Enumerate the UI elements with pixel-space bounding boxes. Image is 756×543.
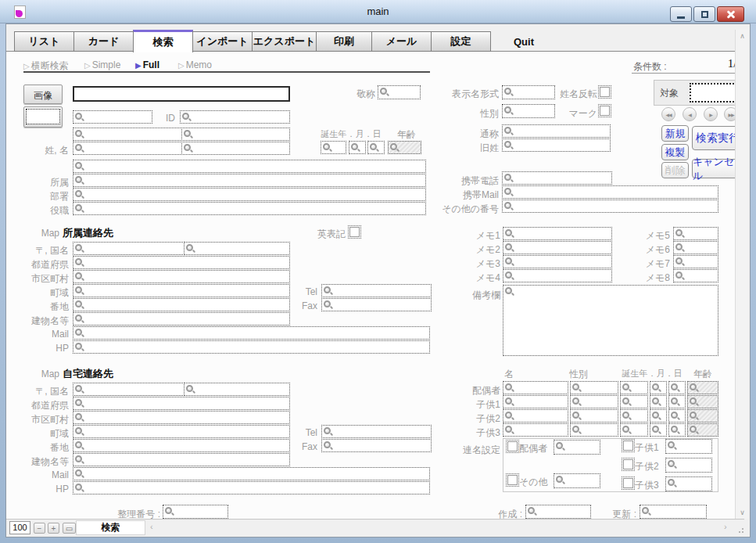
- child1-birth-day-field[interactable]: [668, 395, 686, 408]
- child3-gender-field[interactable]: [570, 423, 618, 437]
- joint-spouse-checkbox[interactable]: [507, 441, 518, 451]
- memo7-field[interactable]: [673, 255, 718, 268]
- org-country-field[interactable]: [184, 242, 290, 255]
- memo6-field[interactable]: [673, 241, 718, 254]
- firstname-kana-field[interactable]: [181, 128, 290, 141]
- subnav-simple[interactable]: ▷Simple: [84, 59, 120, 70]
- name-reverse-checkbox[interactable]: [600, 87, 610, 97]
- id-field[interactable]: [180, 110, 290, 124]
- home-fax-field[interactable]: [321, 439, 432, 452]
- image-button[interactable]: 画像: [23, 85, 63, 104]
- org-hp-field[interactable]: [73, 340, 430, 354]
- tab-card[interactable]: カード: [73, 31, 134, 52]
- scroll-left-icon[interactable]: ‹: [150, 522, 153, 531]
- birth-day-field[interactable]: [367, 141, 385, 154]
- org-prefecture-field[interactable]: [73, 256, 290, 269]
- child1-birth-month-field[interactable]: [650, 395, 667, 408]
- spouse-birth-year-field[interactable]: [620, 381, 648, 394]
- home-zip-field[interactable]: [73, 383, 185, 396]
- remarks-field[interactable]: [503, 285, 718, 356]
- joint-child2-checkbox[interactable]: [623, 459, 633, 469]
- layout-mode-button[interactable]: ▭: [63, 523, 76, 534]
- zoom-level[interactable]: 100: [9, 521, 30, 534]
- new-button[interactable]: 新規: [661, 125, 689, 142]
- tab-mail[interactable]: メール: [371, 31, 432, 52]
- home-building-field[interactable]: [73, 453, 290, 466]
- birth-year-field[interactable]: [321, 141, 346, 154]
- delete-button[interactable]: 削除: [661, 162, 689, 178]
- role-field[interactable]: [73, 202, 426, 215]
- next-record-button[interactable]: ▶: [704, 107, 718, 121]
- close-button[interactable]: [717, 6, 744, 22]
- child2-birth-month-field[interactable]: [650, 409, 667, 423]
- child1-name-field[interactable]: [503, 395, 568, 408]
- display-format-field[interactable]: [502, 85, 555, 99]
- updated-field[interactable]: [640, 505, 707, 519]
- tab-export[interactable]: エクスポート: [252, 31, 317, 52]
- child3-age-field[interactable]: [687, 423, 718, 437]
- child3-birth-day-field[interactable]: [668, 423, 686, 437]
- memo4-field[interactable]: [503, 269, 612, 282]
- org-tel-field[interactable]: [321, 284, 432, 297]
- gender-field[interactable]: [502, 104, 555, 118]
- honorific-field[interactable]: [378, 85, 421, 99]
- target-field[interactable]: [690, 83, 740, 102]
- mobile-mail-field[interactable]: [502, 185, 718, 199]
- tab-quit[interactable]: Quit: [491, 31, 557, 52]
- tab-list[interactable]: リスト: [14, 31, 74, 52]
- home-street-field[interactable]: [73, 439, 290, 452]
- joint-spouse-field[interactable]: [554, 440, 600, 455]
- home-city-field[interactable]: [73, 411, 290, 424]
- joint-other-checkbox[interactable]: [507, 475, 518, 485]
- scroll-right-icon[interactable]: ›: [724, 522, 727, 531]
- zoom-out-button[interactable]: −: [34, 523, 45, 534]
- resize-grip[interactable]: [738, 526, 746, 534]
- ref-number-field[interactable]: [163, 505, 228, 519]
- joint-child2-field[interactable]: [665, 458, 712, 473]
- home-tel-field[interactable]: [321, 425, 432, 438]
- org-mail-field[interactable]: [73, 326, 430, 340]
- lastname-field[interactable]: [73, 142, 182, 155]
- org-town-field[interactable]: [73, 284, 290, 297]
- org-city-field[interactable]: [73, 270, 290, 283]
- zoom-in-button[interactable]: +: [48, 523, 59, 534]
- alias-field[interactable]: [502, 124, 611, 138]
- first-record-button[interactable]: ◀◀: [661, 107, 675, 121]
- dept-field[interactable]: [73, 188, 426, 201]
- other-numbers-field[interactable]: [502, 200, 718, 213]
- lastname-kana-field[interactable]: [73, 128, 182, 141]
- scroll-down-icon[interactable]: ∨: [736, 509, 749, 516]
- vertical-scrollbar[interactable]: ∧ ∨: [735, 30, 748, 519]
- english-notation-checkbox[interactable]: [349, 227, 360, 237]
- age-field[interactable]: [388, 141, 421, 154]
- previous-record-button[interactable]: ◀: [683, 107, 697, 121]
- child2-gender-field[interactable]: [570, 409, 618, 423]
- child2-age-field[interactable]: [687, 409, 718, 423]
- home-mail-field[interactable]: [73, 467, 430, 480]
- joint-child1-checkbox[interactable]: [623, 441, 633, 451]
- memo1-field[interactable]: [503, 227, 612, 240]
- minimize-button[interactable]: [670, 6, 692, 22]
- memo8-field[interactable]: [673, 269, 718, 282]
- child3-name-field[interactable]: [503, 423, 568, 437]
- joint-child1-field[interactable]: [665, 439, 712, 454]
- spouse-birth-month-field[interactable]: [650, 381, 667, 394]
- mobile-phone-field[interactable]: [502, 171, 612, 185]
- child1-gender-field[interactable]: [570, 395, 618, 408]
- home-prefecture-field[interactable]: [73, 397, 290, 410]
- subnav-memo[interactable]: ▷Memo: [178, 59, 212, 70]
- child2-birth-year-field[interactable]: [620, 409, 648, 423]
- spouse-age-field[interactable]: [687, 381, 718, 394]
- home-hp-field[interactable]: [73, 481, 430, 494]
- birth-month-field[interactable]: [349, 141, 366, 154]
- quick-search-field[interactable]: [73, 110, 152, 124]
- scroll-up-icon[interactable]: ∧: [736, 32, 749, 40]
- home-country-field[interactable]: [184, 383, 290, 396]
- tab-print[interactable]: 印刷: [316, 31, 372, 52]
- home-town-field[interactable]: [73, 425, 290, 438]
- org-fax-field[interactable]: [321, 298, 432, 311]
- duplicate-button[interactable]: 複製: [661, 144, 689, 160]
- child1-birth-year-field[interactable]: [620, 395, 648, 408]
- tab-import[interactable]: インポート: [192, 31, 253, 52]
- memo2-field[interactable]: [503, 241, 612, 254]
